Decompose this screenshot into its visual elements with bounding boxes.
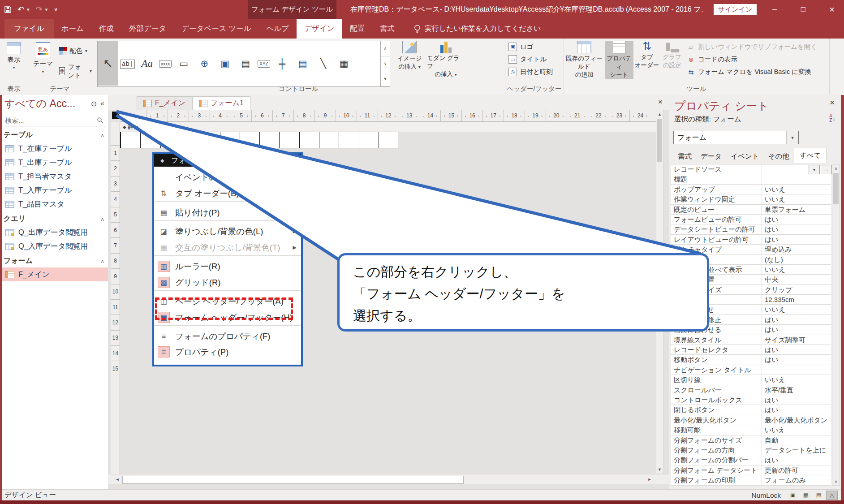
search-icon[interactable] — [97, 117, 103, 123]
property-tab[interactable]: すべて — [794, 148, 827, 163]
builder-button[interactable]: … — [821, 165, 832, 174]
property-value[interactable]: (なし) — [762, 255, 831, 264]
property-value[interactable]: はい — [762, 345, 831, 354]
ribbon-tab[interactable]: ホーム — [54, 19, 91, 39]
property-value[interactable]: いいえ — [762, 194, 831, 204]
maximize-button[interactable]: □ — [793, 0, 814, 19]
nav-item-query[interactable]: Q_出庫データ閲覧用 — [0, 225, 108, 239]
document-close-icon[interactable]: × — [658, 98, 663, 106]
context-menu-item[interactable]: ▤ 貼り付け(P) — [154, 204, 301, 221]
nav-item-form[interactable]: F_メイン — [0, 267, 108, 281]
control-icon[interactable]: ╪ — [272, 41, 293, 86]
scroll-up-icon[interactable]: ∧ — [832, 164, 840, 172]
property-row[interactable]: 既定のビュー 単票フォーム — [671, 205, 831, 215]
property-value[interactable]: 最小化/最大化ボタン — [762, 415, 831, 425]
control-icon[interactable]: xxxx — [159, 60, 172, 68]
scroll-down-icon[interactable]: ∨ — [832, 478, 840, 485]
property-value[interactable] — [762, 365, 831, 375]
property-row[interactable]: 閉じるボタン はい — [671, 405, 831, 415]
property-row[interactable]: 分割フォームのサイズ 自動 — [671, 435, 831, 445]
property-value[interactable]: はい — [762, 455, 831, 465]
save-button[interactable] — [4, 6, 11, 13]
context-menu-item[interactable]: ◪ 塗りつぶし/背景の色(L) ▶ — [154, 224, 301, 239]
headerfooter-button[interactable]: ▣ ロゴ — [508, 43, 564, 51]
tools-command[interactable]: ▱ 新しいウィンドウでサブフォームを開く — [687, 43, 817, 51]
sort-az-button[interactable]: AZ ↓ — [829, 114, 835, 123]
gallery-scroll-down-icon[interactable]: ∨ — [381, 56, 390, 72]
property-tab[interactable]: その他 — [764, 150, 794, 163]
context-menu-item[interactable]: ≡ フォームのプロパティ(F) — [154, 328, 301, 344]
property-value[interactable]: いいえ — [762, 185, 831, 194]
control-icon[interactable]: ▤ — [293, 41, 313, 86]
property-row[interactable]: 区切り線 いいえ — [671, 375, 831, 385]
property-row[interactable]: 移動可能 いいえ — [671, 425, 831, 435]
property-value[interactable]: はい — [762, 405, 831, 414]
insert-modern-chart-button[interactable]: モダン グラフ の挿入 ▾ — [427, 41, 465, 79]
headerfooter-button[interactable]: ◷ 日付と時刻 — [508, 68, 564, 76]
property-row[interactable]: 分割フォームの印刷 フォームのみ — [671, 475, 831, 485]
control-icon[interactable]: Aa — [137, 41, 157, 86]
property-value[interactable]: 12.335cm — [762, 295, 831, 304]
view-switch-icon[interactable]: ▦ — [800, 491, 812, 500]
property-sheet-close-icon[interactable]: × — [830, 98, 835, 108]
colors-button[interactable]: 配色 ▾ — [59, 47, 87, 55]
control-icon[interactable]: XYZ — [258, 60, 270, 68]
context-menu-item[interactable]: ⇅ タブ オーダー(B)... — [154, 185, 301, 202]
section-header-queries[interactable]: クエリ ∧ — [0, 211, 108, 225]
property-value[interactable]: 埋め込み — [762, 245, 831, 254]
property-value[interactable]: 更新の許可 — [762, 465, 831, 475]
property-value[interactable]: はい — [762, 315, 831, 324]
property-row[interactable]: スクロールバー 水平/垂直 — [671, 385, 831, 395]
property-row[interactable]: 移動ボタン はい — [671, 355, 831, 365]
view-switch-icon[interactable]: ▤ — [813, 491, 825, 500]
control-icon[interactable]: ▤ — [235, 41, 256, 86]
scroll-down-icon[interactable]: ▼ — [656, 465, 663, 474]
property-row[interactable]: コントロールボックス はい — [671, 395, 831, 405]
property-value[interactable]: はい — [762, 224, 831, 234]
detail-grid[interactable] — [120, 132, 398, 148]
ribbon-tab[interactable]: 作成 — [91, 19, 121, 39]
nav-item-table[interactable]: T_出庫テーブル — [0, 155, 108, 169]
tools-command[interactable]: ⊚ コードの表示 — [687, 55, 817, 64]
search-input[interactable] — [2, 116, 97, 124]
property-row[interactable]: 境界線スタイル サイズ調整可 — [671, 335, 831, 345]
gallery-more-icon[interactable]: ▼ — [381, 71, 390, 86]
headerfooter-button[interactable]: ▭ タイトル — [508, 55, 564, 64]
context-menu-item[interactable]: ▦ 交互の塗りつぶし/背景色(T) ▶ — [154, 239, 301, 256]
pane-menu-icon[interactable]: ⊙ — [91, 99, 97, 108]
property-row[interactable]: ポップアップ いいえ — [671, 185, 831, 194]
property-value[interactable]: 自動 — [762, 435, 831, 445]
chevron-down-icon[interactable]: ▾ — [809, 165, 820, 174]
property-tab[interactable]: 書式 — [673, 150, 696, 163]
property-value[interactable]: フォームのみ — [762, 475, 831, 485]
property-row[interactable]: データシートビューの許可 はい — [671, 224, 831, 234]
horizontal-scrollbar[interactable]: ◄ ► — [108, 474, 669, 484]
nav-item-table[interactable]: T_入庫テーブル — [0, 183, 108, 197]
scroll-up-icon[interactable]: ▲ — [656, 110, 663, 118]
nav-item-table[interactable]: T_在庫テーブル — [0, 142, 108, 155]
property-tab[interactable]: データ — [696, 150, 726, 163]
nav-item-table[interactable]: T_品目マスタ — [0, 197, 108, 211]
view-button[interactable]: 表示 ▾ — [0, 43, 28, 70]
context-menu-item[interactable]: ▩ グリッド(R) — [154, 274, 301, 291]
scroll-thumb[interactable] — [122, 476, 464, 484]
property-value[interactable]: はい — [762, 325, 831, 334]
customize-qat-button[interactable]: ∨ — [54, 7, 58, 12]
ribbon-tab[interactable]: ヘルプ — [259, 19, 297, 39]
property-value[interactable]: いいえ — [762, 425, 831, 435]
ribbon-tab[interactable]: ファイル — [4, 19, 54, 39]
property-value[interactable]: 単票フォーム — [762, 205, 831, 214]
control-icon[interactable]: ▦ — [334, 41, 354, 86]
document-tab[interactable]: フォーム1 — [192, 96, 250, 110]
ribbon-tab[interactable]: 配置 — [342, 19, 372, 39]
gallery-scroll-up-icon[interactable]: ∧ — [381, 41, 390, 56]
section-header-forms[interactable]: フォーム ∧ — [0, 253, 108, 267]
property-sheet-button[interactable]: プロパティ シート — [605, 41, 633, 79]
gallery-scroll[interactable]: ∧ ∨ ▼ — [380, 41, 390, 86]
property-row[interactable]: フォームビューの許可 はい — [671, 215, 831, 224]
detail-section-bar[interactable]: ◆ 詳細 — [120, 122, 656, 132]
ribbon-tab[interactable]: データベース ツール — [174, 19, 258, 39]
fonts-button[interactable]: 亜 フォント ▾ — [59, 63, 92, 80]
close-button[interactable]: × — [822, 0, 842, 19]
property-value[interactable]: サイズ調整可 — [762, 335, 831, 345]
